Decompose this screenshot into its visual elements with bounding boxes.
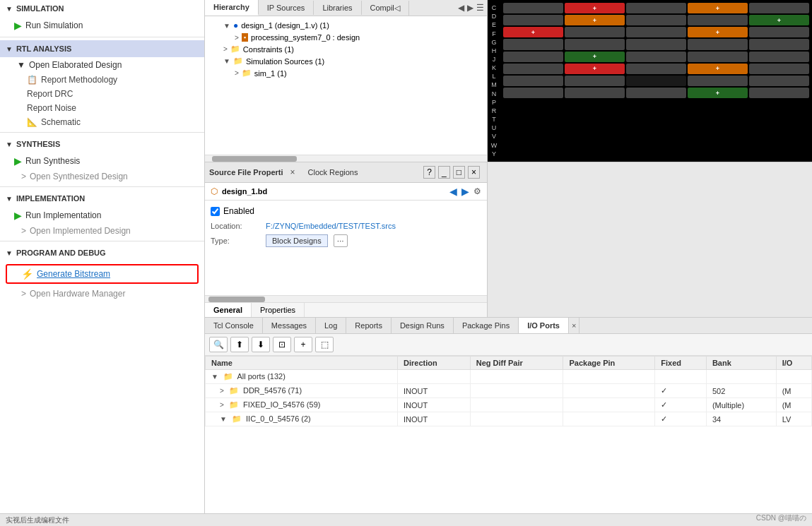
collapse-all-btn[interactable]: ⬆: [230, 337, 249, 352]
cell-4-2[interactable]: [626, 52, 686, 62]
synthesis-header[interactable]: ▼ SYNTHESIS: [0, 136, 204, 153]
report-methodology-item[interactable]: 📋 Report Methodology: [0, 73, 204, 87]
cell-1-1[interactable]: +: [565, 15, 625, 25]
cell-0-1[interactable]: +: [565, 3, 625, 13]
cell-7-0[interactable]: [503, 88, 563, 98]
props-tab-properties[interactable]: Properties: [252, 303, 305, 317]
table-row-iic[interactable]: ▼ 📁 IIC_0_0_54576 (2) INOUT ✓ 34 LV: [206, 412, 812, 426]
tab-compil[interactable]: Compil◁: [362, 1, 409, 16]
run-simulation-item[interactable]: ▶ Run Simulation: [0, 17, 204, 34]
cell-6-3[interactable]: [688, 76, 748, 86]
tab-io-ports[interactable]: I/O Ports: [519, 318, 569, 333]
table-row-ddr[interactable]: > 📁 DDR_54576 (71) INOUT ✓ 502 (M: [206, 384, 812, 398]
table-row-fixed-io[interactable]: > 📁 FIXED_IO_54576 (59) INOUT ✓ (Multipl…: [206, 398, 812, 412]
props-minimize-icon[interactable]: _: [438, 166, 450, 179]
cell-1-0[interactable]: [503, 15, 563, 25]
cell-2-2[interactable]: [626, 27, 686, 37]
cell-1-4[interactable]: +: [749, 15, 809, 25]
export-btn[interactable]: ⬚: [315, 337, 334, 352]
cell-5-1[interactable]: +: [565, 64, 625, 74]
run-synthesis-item[interactable]: ▶ Run Synthesis: [0, 153, 204, 169]
location-value[interactable]: F:/ZYNQ/Embedded/TEST/TEST.srcs: [266, 222, 396, 230]
settings-icon[interactable]: ⚙: [473, 186, 481, 196]
cell-0-0[interactable]: [503, 3, 563, 13]
enabled-checkbox[interactable]: [211, 207, 220, 216]
cell-2-4[interactable]: [749, 27, 809, 37]
nav-back-icon[interactable]: ◀: [449, 186, 457, 197]
cell-4-3[interactable]: [688, 52, 748, 62]
cell-6-0[interactable]: [503, 76, 563, 86]
cell-3-3[interactable]: [688, 39, 748, 49]
cell-7-1[interactable]: [565, 88, 625, 98]
sources-scroll-thumb[interactable]: [212, 156, 297, 162]
tab-reports[interactable]: Reports: [346, 318, 392, 333]
cell-1-2[interactable]: [626, 15, 686, 25]
generate-bitstream-item[interactable]: ⚡ Generate Bitstream: [7, 265, 197, 282]
run-implementation-item[interactable]: ▶ Run Implementation: [0, 207, 204, 224]
props-question-icon[interactable]: ?: [423, 166, 435, 179]
open-implemented-item[interactable]: > Open Implemented Design: [0, 224, 204, 238]
cell-6-4[interactable]: [749, 76, 809, 86]
tab-menu-icon[interactable]: ☰: [476, 3, 484, 13]
cell-3-2[interactable]: [626, 39, 686, 49]
cell-2-1[interactable]: [565, 27, 625, 37]
props-scrollbar-h[interactable]: [205, 295, 487, 302]
cell-7-2[interactable]: [626, 88, 686, 98]
tab-ip-sources[interactable]: IP Sources: [259, 1, 314, 15]
more-btn[interactable]: ···: [334, 234, 348, 247]
cell-6-2[interactable]: [626, 76, 686, 86]
nav-fwd-icon[interactable]: ▶: [461, 186, 469, 197]
program-header[interactable]: ▼ PROGRAM AND DEBUG: [0, 244, 204, 261]
tree-item-sim1[interactable]: > 📁 sim_1 (1): [205, 67, 487, 79]
report-noise-item[interactable]: Report Noise: [0, 101, 204, 115]
search-btn[interactable]: 🔍: [209, 337, 228, 352]
cell-7-3[interactable]: +: [688, 88, 748, 98]
cell-0-3[interactable]: +: [688, 3, 748, 13]
tab-package-pins[interactable]: Package Pins: [454, 318, 519, 333]
props-clock-tab[interactable]: Clock Regions: [300, 165, 367, 179]
expand-btn[interactable]: ⬇: [252, 337, 270, 352]
props-maximize-icon[interactable]: □: [453, 166, 465, 179]
tab-libraries[interactable]: Libraries: [314, 1, 361, 15]
report-drc-item[interactable]: Report DRC: [0, 87, 204, 101]
cell-5-2[interactable]: [626, 64, 686, 74]
props-close-icon[interactable]: ×: [468, 166, 480, 179]
open-elaborated-design-item[interactable]: ▼ Open Elaborated Design: [0, 57, 204, 73]
cell-0-2[interactable]: [626, 3, 686, 13]
cell-5-4[interactable]: [749, 64, 809, 74]
open-synthesized-item[interactable]: > Open Synthesized Design: [0, 169, 204, 184]
cell-0-4[interactable]: [749, 3, 809, 13]
add-btn[interactable]: +: [294, 337, 312, 352]
cell-3-4[interactable]: [749, 39, 809, 49]
tree-item-proc[interactable]: > ▪ processing_system7_0 : design: [205, 32, 487, 43]
tree-item-constraints[interactable]: > 📁 Constraints (1): [205, 43, 487, 55]
open-hardware-item[interactable]: > Open Hardware Manager: [0, 287, 204, 301]
props-tab-general[interactable]: General: [205, 303, 252, 317]
tab-log[interactable]: Log: [316, 318, 346, 333]
cell-5-0[interactable]: [503, 64, 563, 74]
cell-5-3[interactable]: +: [688, 64, 748, 74]
implementation-header[interactable]: ▼ IMPLEMENTATION: [0, 190, 204, 207]
tab-right-icon[interactable]: ▶: [467, 3, 473, 13]
cell-3-1[interactable]: [565, 39, 625, 49]
io-ports-close-btn[interactable]: ×: [569, 318, 579, 333]
props-scroll-thumb[interactable]: [208, 297, 265, 302]
tab-tcl-console[interactable]: Tcl Console: [205, 318, 263, 333]
cell-7-4[interactable]: [749, 88, 809, 98]
tab-design-runs[interactable]: Design Runs: [392, 318, 454, 333]
tab-left-icon[interactable]: ◀: [458, 3, 464, 13]
cell-3-0[interactable]: [503, 39, 563, 49]
rtl-header[interactable]: ▼ RTL ANALYSIS: [0, 40, 204, 57]
cell-4-0[interactable]: [503, 52, 563, 62]
cell-1-3[interactable]: [688, 15, 748, 25]
table-row-all-ports[interactable]: ▼ 📁 All ports (132): [206, 370, 812, 384]
props-close-btn[interactable]: ×: [290, 167, 295, 177]
tree-item-sim-sources[interactable]: ▼ 📁 Simulation Sources (1): [205, 55, 487, 67]
cell-4-1[interactable]: +: [565, 52, 625, 62]
cell-4-4[interactable]: [749, 52, 809, 62]
cell-2-3[interactable]: +: [688, 27, 748, 37]
sources-scrollbar-h[interactable]: [205, 155, 487, 162]
filter-btn[interactable]: ⊡: [273, 337, 291, 352]
tab-hierarchy[interactable]: Hierarchy: [205, 0, 259, 16]
tree-item-design1[interactable]: ▼ ● design_1 (design_1.v) (1): [205, 19, 487, 32]
